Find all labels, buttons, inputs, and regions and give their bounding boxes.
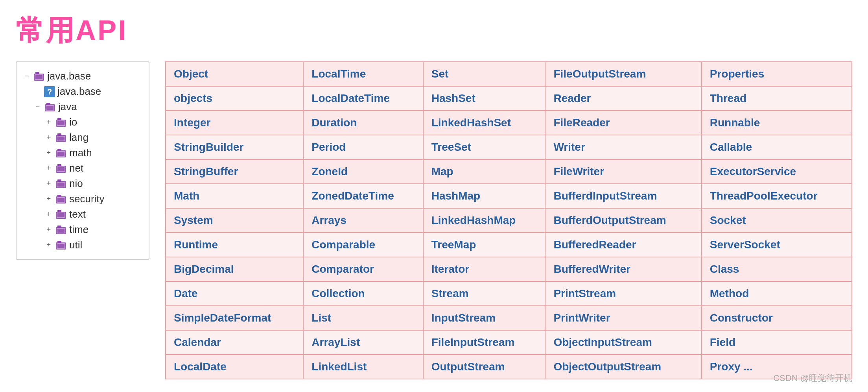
main-content: − java.base: [0, 61, 868, 379]
svg-rect-1: [35, 72, 39, 74]
pkg-icon-lang: [55, 132, 67, 144]
tree-item-label-java: java: [58, 101, 77, 113]
pkg-icon-security: [55, 193, 67, 205]
svg-rect-17: [57, 149, 61, 151]
tree-label-math: math: [69, 147, 92, 159]
table-row: objectsLocalDateTimeHashSetReaderThread: [166, 86, 852, 111]
table-cell: ObjectOutputStream: [545, 355, 701, 379]
tree-label-lang: lang: [69, 131, 88, 144]
svg-rect-11: [57, 121, 65, 125]
table-row: SystemArraysLinkedHashMapBufferdOutputSt…: [166, 208, 852, 233]
table-cell: Date: [166, 281, 303, 306]
tree-root-item[interactable]: − java.base: [23, 68, 142, 84]
table-row: StringBuilderPeriodTreeSetWriterCallable: [166, 135, 852, 159]
tree-item-javabase-qmark[interactable]: ? java.base: [34, 84, 142, 99]
tree-label-net: net: [69, 162, 83, 174]
tree-item-nio[interactable]: + nio: [45, 176, 142, 191]
svg-rect-5: [46, 103, 50, 105]
svg-rect-37: [57, 226, 61, 228]
svg-rect-3: [35, 75, 42, 79]
svg-rect-19: [57, 152, 65, 156]
page-title: 常用API: [0, 0, 868, 61]
table-cell: TreeMap: [423, 233, 545, 257]
table-cell: ServerSocket: [702, 233, 852, 257]
table-cell: ArrayList: [303, 330, 423, 355]
pkg-icon-time: [55, 224, 67, 236]
table-cell: Map: [423, 159, 545, 184]
tree-label-time: time: [69, 224, 88, 236]
table-cell: Stream: [423, 281, 545, 306]
tree-item-io[interactable]: + io: [45, 115, 142, 130]
watermark: CSDN @睡觉待开机: [773, 372, 852, 384]
table-cell: Field: [702, 330, 852, 355]
tree-item-lang[interactable]: + lang: [45, 130, 142, 145]
table-cell: LocalDate: [166, 355, 303, 379]
tree-item-java[interactable]: − java: [34, 99, 142, 115]
svg-rect-25: [57, 179, 61, 182]
expand-icon-util[interactable]: +: [45, 241, 53, 249]
svg-rect-35: [57, 213, 65, 217]
table-cell: ZonedDateTime: [303, 184, 423, 208]
tree-item-math[interactable]: + math: [45, 145, 142, 161]
table-cell: BufferedWriter: [545, 257, 701, 281]
expand-icon-lang[interactable]: +: [45, 134, 53, 142]
svg-rect-31: [57, 198, 65, 202]
expand-icon-text[interactable]: +: [45, 211, 53, 218]
table-cell: Socket: [702, 208, 852, 233]
table-cell: Iterator: [423, 257, 545, 281]
table-cell: BufferdInputStream: [545, 184, 701, 208]
table-cell: PrintWriter: [545, 306, 701, 330]
table-cell: ExecutorService: [702, 159, 852, 184]
table-row: ObjectLocalTimeSetFileOutputStreamProper…: [166, 62, 852, 86]
table-row: MathZonedDateTimeHashMapBufferdInputStre…: [166, 184, 852, 208]
pkg-icon-javabase: [33, 70, 45, 82]
collapse-icon[interactable]: −: [23, 72, 31, 80]
table-cell: System: [166, 208, 303, 233]
qmark-icon: ?: [44, 86, 55, 97]
pkg-icon-nio: [55, 178, 67, 190]
expand-icon-time[interactable]: +: [45, 226, 53, 234]
expand-icon-nio[interactable]: +: [45, 180, 53, 188]
expand-icon-security[interactable]: +: [45, 195, 53, 203]
table-cell: HashSet: [423, 86, 545, 111]
table-cell: StringBuilder: [166, 135, 303, 159]
table-cell: List: [303, 306, 423, 330]
table-cell: Comparable: [303, 233, 423, 257]
pkg-icon-java: [44, 101, 56, 113]
svg-rect-23: [57, 167, 65, 171]
svg-rect-29: [57, 195, 61, 197]
table-cell: Method: [702, 281, 852, 306]
svg-rect-39: [57, 229, 65, 233]
table-cell: StringBuffer: [166, 159, 303, 184]
no-expand: [34, 88, 42, 96]
pkg-icon-io: [55, 116, 67, 128]
table-cell: ZoneId: [303, 159, 423, 184]
tree-item-util[interactable]: + util: [45, 237, 142, 253]
table-cell: FileInputStream: [423, 330, 545, 355]
expand-icon-io[interactable]: +: [45, 118, 53, 126]
pkg-icon-net: [55, 163, 67, 174]
table-row: LocalDateLinkedListOutputStreamObjectOut…: [166, 355, 852, 379]
table-cell: FileWriter: [545, 159, 701, 184]
svg-rect-41: [57, 241, 61, 243]
svg-rect-21: [57, 164, 61, 166]
tree-item-label-javabase: java.base: [57, 85, 101, 98]
table-cell: Collection: [303, 281, 423, 306]
tree-item-security[interactable]: + security: [45, 191, 142, 207]
expand-icon-math[interactable]: +: [45, 149, 53, 157]
tree-item-time[interactable]: + time: [45, 222, 142, 237]
table-row: DateCollectionStreamPrintStreamMethod: [166, 281, 852, 306]
tree-item-net[interactable]: + net: [45, 161, 142, 176]
tree-label-text: text: [69, 208, 86, 220]
table-cell: Math: [166, 184, 303, 208]
table-cell: objects: [166, 86, 303, 111]
table-cell: HashMap: [423, 184, 545, 208]
tree-item-text[interactable]: + text: [45, 207, 142, 222]
table-cell: BigDecimal: [166, 257, 303, 281]
expand-icon-net[interactable]: +: [45, 165, 53, 172]
table-cell: BufferedReader: [545, 233, 701, 257]
table-cell: ThreadPoolExecutor: [702, 184, 852, 208]
tree-panel: − java.base: [16, 61, 149, 260]
collapse-java-icon[interactable]: −: [34, 103, 42, 111]
table-cell: Object: [166, 62, 303, 86]
